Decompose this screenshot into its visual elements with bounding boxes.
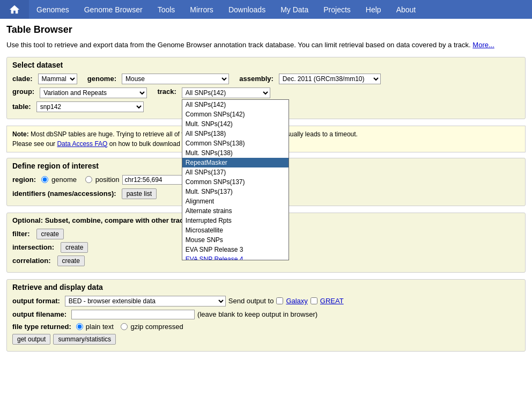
nav-help[interactable]: Help xyxy=(358,0,389,19)
data-access-faq-link[interactable]: Data Access FAQ xyxy=(57,140,107,148)
great-link[interactable]: GREAT xyxy=(320,297,344,305)
retrieve-title: Retrieve and display data xyxy=(12,283,520,291)
nav-mirrors[interactable]: Mirrors xyxy=(182,0,221,19)
paste-list-button[interactable]: paste list xyxy=(122,188,157,199)
assembly-select[interactable]: Dec. 2011 (GRCm38/mm10) xyxy=(279,74,381,84)
track-label: track: xyxy=(157,87,176,96)
retrieve-section: Retrieve and display data output format:… xyxy=(6,279,526,352)
track-option[interactable]: Alignment xyxy=(182,196,289,206)
output-format-select[interactable]: BED - browser extensible data xyxy=(65,296,226,306)
output-filename-row: output filename: (leave blank to keep ou… xyxy=(12,310,520,319)
track-option[interactable]: Common SNPs(142) xyxy=(182,110,289,119)
track-option[interactable]: Common SNPs(138) xyxy=(182,138,289,148)
track-option[interactable]: Common SNPs(137) xyxy=(182,177,289,187)
clade-select[interactable]: Mammal xyxy=(38,74,77,84)
track-option[interactable]: EVA SNP Release 4 xyxy=(182,254,289,260)
great-checkbox[interactable] xyxy=(311,297,317,304)
note-label: Note: xyxy=(12,130,29,138)
track-dropdown-container: All SNPs(142) All SNPs(142)Common SNPs(1… xyxy=(182,87,270,98)
track-option[interactable]: All SNPs(142) xyxy=(182,100,289,110)
track-option[interactable]: Mouse SNPs xyxy=(182,235,289,245)
region-label: region: xyxy=(12,176,36,184)
plain-text-label: plain text xyxy=(86,323,114,331)
track-option[interactable]: Mult. SNPs(138) xyxy=(182,148,289,158)
select-dataset-section: Select dataset clade: Mammal genome: Mou… xyxy=(6,57,526,119)
more-link[interactable]: More... xyxy=(472,41,494,49)
track-dropdown-open[interactable]: All SNPs(142)Common SNPs(142)Mult. SNPs(… xyxy=(182,99,289,260)
gzip-label: gzip compressed xyxy=(130,323,183,331)
file-type-label: file type returned: xyxy=(12,323,71,331)
action-buttons-row: get output summary/statistics xyxy=(12,334,520,345)
clade-label: clade: xyxy=(12,75,33,83)
correlation-create-button[interactable]: create xyxy=(57,256,85,266)
table-label: table: xyxy=(12,103,31,111)
nav-about[interactable]: About xyxy=(389,0,424,19)
genome-radio[interactable] xyxy=(41,176,48,183)
nav-tools[interactable]: Tools xyxy=(150,0,183,19)
page-title: Table Browser xyxy=(6,24,526,35)
home-button[interactable] xyxy=(0,0,29,19)
page-description: Use this tool to retrieve and export dat… xyxy=(6,40,526,50)
output-filename-input[interactable] xyxy=(71,310,195,319)
assembly-label: assembly: xyxy=(239,75,274,83)
filter-create-button[interactable]: create xyxy=(36,229,64,239)
nav-downloads[interactable]: Downloads xyxy=(221,0,273,19)
filename-hint: (leave blank to keep output in browser) xyxy=(197,310,317,318)
group-track-row: group: Variation and Repeats track: All … xyxy=(12,87,520,98)
track-option[interactable]: Microsatellite xyxy=(182,225,289,235)
output-filename-label: output filename: xyxy=(12,310,66,318)
plain-text-radio[interactable] xyxy=(76,323,83,330)
filter-label: filter: xyxy=(12,230,30,238)
galaxy-link[interactable]: Galaxy xyxy=(286,297,307,305)
genome-radio-label: genome xyxy=(51,176,77,184)
group-select[interactable]: Variation and Repeats xyxy=(40,87,147,98)
navigation: Genomes Genome Browser Tools Mirrors Dow… xyxy=(0,0,532,19)
track-option[interactable]: EVA SNP Release 3 xyxy=(182,245,289,254)
send-output-label: Send output to xyxy=(228,297,274,305)
summary-statistics-button[interactable]: summary/statistics xyxy=(53,334,116,345)
nav-genomes[interactable]: Genomes xyxy=(29,0,77,19)
nav-mydata[interactable]: My Data xyxy=(273,0,316,19)
group-label: group: xyxy=(12,87,34,96)
intersection-label: intersection: xyxy=(12,243,54,251)
track-option[interactable]: Mult. SNPs(137) xyxy=(182,187,289,196)
select-dataset-title: Select dataset xyxy=(12,61,520,69)
file-type-row: file type returned: plain text gzip comp… xyxy=(12,323,520,331)
track-option[interactable]: Interrupted Rpts xyxy=(182,216,289,225)
get-output-button[interactable]: get output xyxy=(12,334,50,345)
track-option[interactable]: Alternate strains xyxy=(182,206,289,216)
track-select[interactable]: All SNPs(142) xyxy=(182,87,270,98)
clade-genome-row: clade: Mammal genome: Mouse assembly: De… xyxy=(12,74,520,84)
position-radio-label: position xyxy=(95,176,120,184)
correlation-label: correlation: xyxy=(12,257,51,265)
track-option[interactable]: RepeatMasker xyxy=(182,158,289,167)
output-format-row: output format: BED - browser extensible … xyxy=(12,296,520,306)
gzip-radio[interactable] xyxy=(121,323,128,330)
intersection-create-button[interactable]: create xyxy=(61,242,88,253)
position-input[interactable] xyxy=(122,175,187,185)
identifiers-label: identifiers (names/accessions): xyxy=(12,189,116,198)
galaxy-checkbox[interactable] xyxy=(276,297,283,304)
table-select[interactable]: snp142 xyxy=(36,101,144,112)
track-option[interactable]: All SNPs(137) xyxy=(182,167,289,177)
nav-projects[interactable]: Projects xyxy=(316,0,358,19)
genome-label: genome: xyxy=(87,75,116,83)
genome-select[interactable]: Mouse xyxy=(122,74,229,84)
output-format-label: output format: xyxy=(12,297,60,305)
track-option[interactable]: All SNPs(138) xyxy=(182,129,289,138)
track-option[interactable]: Mult. SNPs(142) xyxy=(182,119,289,129)
nav-genome-browser[interactable]: Genome Browser xyxy=(77,0,150,19)
position-radio[interactable] xyxy=(85,176,92,183)
home-icon xyxy=(9,4,20,16)
